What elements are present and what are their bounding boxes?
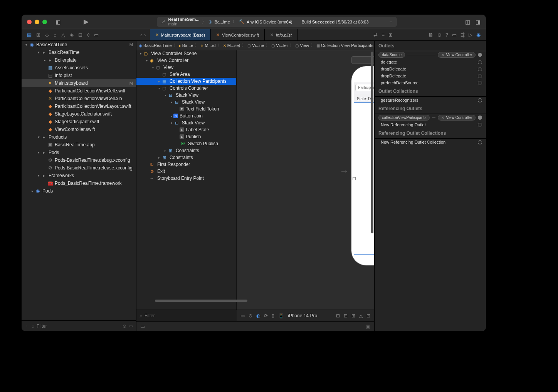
identity-inspector-icon[interactable]: ▭ [452, 32, 457, 38]
attributes-inspector-icon[interactable]: ⇶ [461, 32, 465, 38]
tree-row[interactable]: 🧰Pods_BasicRealTime.framework [22, 179, 136, 187]
connection-circle-icon[interactable] [478, 60, 482, 64]
outline-row[interactable]: ▾⊟Stack View [136, 99, 236, 106]
tree-row[interactable]: ⚙Pods-BasicRealTime.debug.xcconfig [22, 156, 136, 164]
connection-circle-icon[interactable] [478, 123, 482, 127]
tree-row[interactable]: ▾▸Frameworks [22, 172, 136, 179]
outline-row[interactable]: FText Field Token [136, 106, 236, 112]
debug-panel-icon[interactable]: ▣ [366, 323, 370, 329]
align-icon[interactable]: ⊡ [336, 313, 340, 318]
tree-row[interactable]: ✕ParticipantCollectionViewCell.xib [22, 95, 136, 102]
tree-row[interactable]: ▸◉Pods [22, 187, 136, 195]
device-icon[interactable]: 📱 [278, 313, 284, 318]
outline-row[interactable]: ▾▢Controls Container [136, 85, 236, 92]
symbol-navigator-icon[interactable]: ◇ [45, 32, 49, 38]
layout-options-icon[interactable]: ⊡ [366, 313, 370, 318]
pin-icon[interactable]: ⊟ [344, 313, 348, 318]
tree-row[interactable]: ▾▸BasicRealTime [22, 49, 136, 56]
library-icon[interactable]: ◫ [465, 19, 470, 25]
close-button[interactable] [27, 20, 32, 24]
breadcrumb-segment[interactable]: ▸ Ba...e [179, 43, 193, 48]
tree-row[interactable]: ◆ParticipantCollectionViewCell.swift [22, 87, 136, 95]
outline-row[interactable]: ▾◉View Controller [136, 57, 236, 64]
outline-row[interactable]: ⊗Exit [136, 168, 236, 175]
outline-row[interactable]: ▸⊞Constraints [136, 154, 236, 161]
device-label[interactable]: iPhone 14 Pro [288, 313, 317, 318]
tree-row[interactable]: ▾▸Pods [22, 149, 136, 156]
selection-handle[interactable] [353, 177, 356, 180]
outline-row[interactable]: ▢Safe Area [136, 71, 236, 78]
minimize-button[interactable] [35, 20, 39, 24]
outline-row[interactable]: LPublish [136, 133, 236, 140]
outline-row[interactable]: ▾⊟Stack View [136, 92, 236, 99]
breakpoint-navigator-icon[interactable]: ◊ [87, 32, 89, 38]
editor-tab[interactable]: ✕ViewController.swift [211, 29, 265, 40]
orientation-icon[interactable]: ⟳ [264, 313, 268, 318]
debug-navigator-icon[interactable]: ⊟ [78, 32, 82, 38]
outline-row[interactable]: ▸BButton Join [136, 112, 236, 119]
layout-icon[interactable]: ▯ [272, 313, 274, 318]
outline-row[interactable]: LLabel State [136, 126, 236, 133]
outline-row[interactable]: ▸▦Collection View Participants [136, 78, 236, 85]
breadcrumb-segment[interactable]: ✕ M...se) [223, 43, 240, 48]
scheme-status-bar[interactable]: ⎇ RealTimeSam... main 〉 ◎ Ba...ime 〉 🔨 A… [157, 17, 397, 27]
document-outline[interactable]: ▾▢View Controller Scene▾◉View Controller… [136, 50, 237, 310]
sidebar-right-icon[interactable]: ◨ [476, 19, 481, 25]
scope-icon[interactable]: ▭ [129, 323, 133, 329]
connection-row[interactable]: New Referencing Outlet Collection [375, 139, 486, 146]
file-inspector-icon[interactable]: 🗎 [429, 32, 434, 38]
source-control-icon[interactable]: ⊞ [36, 32, 40, 38]
connection-circle-icon[interactable] [478, 98, 482, 102]
outline-row[interactable]: ▾▢View Controller Scene [136, 50, 236, 57]
connection-row[interactable]: dropDelegate [375, 72, 486, 79]
editor-tab[interactable]: ✕Main.storyboard (Base) [150, 29, 211, 40]
connection-pill[interactable]: dataSource✕View Controller [375, 51, 486, 59]
tree-row[interactable]: ◆ViewController.swift [22, 126, 136, 133]
connection-circle-icon[interactable] [478, 140, 482, 144]
breadcrumb-segment[interactable]: ▦ Collection View Participants [316, 43, 373, 48]
connection-circle-icon[interactable] [478, 74, 482, 78]
connection-row[interactable]: gestureRecognizers [375, 97, 486, 104]
related-items-icon[interactable]: ⇄ [373, 32, 378, 38]
history-inspector-icon[interactable]: ⊙ [437, 32, 442, 38]
tree-row[interactable]: ▾◉BasicRealTimeM [22, 41, 136, 49]
tree-row[interactable]: ◆ParticipantCollectionViewLayout.swift [22, 102, 136, 110]
tree-row[interactable]: ▣BasicRealTime.app [22, 141, 136, 149]
find-navigator-icon[interactable]: ⌕ [54, 32, 57, 38]
tree-row[interactable]: ▾▸Products [22, 133, 136, 141]
breadcrumb-segment[interactable]: ▢ Vi...ler [271, 43, 288, 48]
outline-row[interactable]: ▾▢View [136, 64, 236, 71]
issue-navigator-icon[interactable]: △ [61, 32, 65, 38]
outline-row[interactable]: →Storyboard Entry Point [136, 175, 236, 182]
tree-row[interactable]: ◆StageParticipant.swift [22, 118, 136, 126]
back-icon[interactable]: ‹ [140, 32, 142, 38]
tree-row[interactable]: ▤Info.plist [22, 72, 136, 79]
breadcrumb-segment[interactable]: ▢ Vi...ne [247, 43, 264, 48]
breadcrumb-segment[interactable]: ◉ BasicRealTime [139, 43, 172, 48]
size-inspector-icon[interactable]: ▷ [469, 32, 472, 38]
forward-icon[interactable]: › [144, 32, 146, 38]
breadcrumb-segment[interactable]: ✕ M...rd [200, 43, 215, 48]
tree-row[interactable]: ▸▸Boilerplate [22, 56, 136, 64]
outline-toggle-icon[interactable]: ▭ [240, 313, 245, 318]
tree-row[interactable]: ⚙Pods-BasicRealTime.release.xcconfig [22, 164, 136, 172]
sidebar-left-icon[interactable]: ◧ [55, 19, 61, 25]
connection-circle-icon[interactable] [478, 67, 482, 71]
outline-row[interactable]: ▸⊞Constraints [136, 147, 236, 154]
outline-row[interactable]: ⦿Switch Publish [136, 140, 236, 147]
editor-options-icon[interactable]: ≡ [382, 32, 385, 38]
outline-row[interactable]: ①First Responder [136, 161, 236, 168]
embed-icon[interactable]: △ [359, 313, 363, 318]
connection-row[interactable]: dragDelegate [375, 65, 486, 72]
clock-icon[interactable]: ⊙ [123, 323, 126, 329]
editor-tab[interactable]: ✕Info.plist [265, 29, 297, 40]
connections-inspector-icon[interactable]: ◉ [476, 32, 481, 38]
connection-pill[interactable]: collectionViewParticipants✕View Controll… [375, 114, 486, 121]
jump-bar[interactable]: ◉ BasicRealTime〉▸ Ba...e〉✕ M...rd〉✕ M...… [136, 41, 374, 50]
appearance-icon[interactable]: ◐ [256, 313, 260, 318]
tree-row[interactable]: ▦Assets.xcassets [22, 64, 136, 72]
add-icon[interactable]: ＋ [25, 323, 29, 329]
connection-row[interactable]: New Referencing Outlet [375, 121, 486, 128]
run-button[interactable]: ▶ [84, 18, 89, 26]
breadcrumb-segment[interactable]: ▢ View [295, 43, 309, 48]
